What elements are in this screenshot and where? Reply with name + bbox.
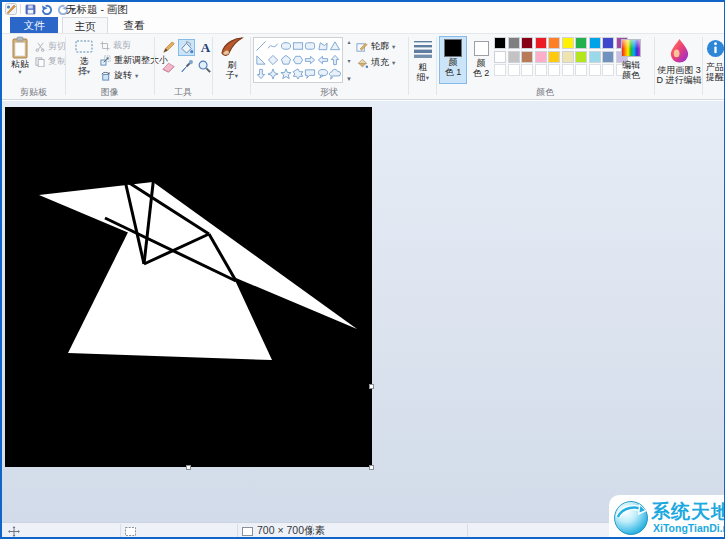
palette-swatch-empty[interactable] — [562, 64, 574, 76]
brush-button[interactable]: 刷 子▾ — [218, 36, 246, 80]
save-button[interactable] — [24, 3, 37, 15]
color2-swatch — [474, 41, 489, 56]
palette-swatch[interactable] — [589, 51, 601, 63]
palette-swatch[interactable] — [548, 37, 560, 49]
color1-button[interactable]: 颜 色 1 — [439, 36, 467, 84]
palette-swatch[interactable] — [575, 51, 587, 63]
palette-swatch[interactable] — [521, 37, 533, 49]
pencil-tool-button[interactable] — [160, 39, 177, 56]
shape-diamond-button[interactable] — [267, 53, 279, 67]
tab-home[interactable]: 主页 — [62, 17, 108, 33]
shape-right-triangle-button[interactable] — [255, 53, 267, 67]
shape-polygon-button[interactable] — [316, 39, 328, 53]
palette-swatch-empty[interactable] — [589, 64, 601, 76]
shape-arrow-right-icon — [304, 54, 316, 66]
palette-swatch[interactable] — [494, 37, 506, 49]
size-button[interactable]: 粗 细▾ — [411, 36, 435, 82]
shape-rectangle-button[interactable] — [292, 39, 304, 53]
color1-label-line1: 颜 — [449, 57, 458, 67]
paste-button[interactable]: 粘贴 ▾ — [7, 36, 33, 75]
palette-swatch-empty[interactable] — [494, 64, 506, 76]
shape-diamond-icon — [267, 54, 279, 66]
eyedropper-icon — [179, 59, 194, 74]
resize-button[interactable]: 重新调整大小 — [100, 54, 168, 67]
palette-swatch-empty[interactable] — [508, 64, 520, 76]
shape-rounded-rectangle-button[interactable] — [304, 39, 316, 53]
window-title: 无标题 - 画图 — [66, 3, 128, 16]
drawing-canvas[interactable] — [5, 107, 372, 467]
tab-view[interactable]: 查看 — [112, 17, 156, 33]
palette-swatch[interactable] — [589, 37, 601, 49]
fill-button[interactable]: 填充 ▾ — [356, 56, 395, 69]
palette-swatch[interactable] — [562, 37, 574, 49]
shape-star-4-button[interactable] — [267, 67, 279, 81]
eyedropper-tool-button[interactable] — [178, 58, 195, 75]
palette-swatch[interactable] — [535, 37, 547, 49]
shape-curve-button[interactable] — [267, 39, 279, 53]
cursor-position-indicator — [8, 523, 20, 539]
colors-group-label: 颜色 — [436, 86, 654, 98]
palette-swatch[interactable] — [508, 37, 520, 49]
shape-callout-cloud-button[interactable] — [329, 67, 341, 81]
palette-swatch[interactable] — [562, 51, 574, 63]
tab-file[interactable]: 文件 — [10, 17, 58, 33]
ribbon-separator — [408, 37, 409, 95]
shape-star-5-button[interactable] — [280, 67, 292, 81]
palette-swatch[interactable] — [575, 37, 587, 49]
shape-ellipse-button[interactable] — [280, 39, 292, 53]
shape-callout-rectangle-button[interactable] — [304, 67, 316, 81]
canvas-resize-handle-corner[interactable] — [369, 465, 374, 470]
palette-swatch[interactable] — [535, 51, 547, 63]
color2-button[interactable]: 颜 色 2 — [469, 36, 493, 84]
shape-arrow-left-icon — [317, 54, 329, 66]
product-alert-button[interactable]: 产品 提醒 — [704, 36, 725, 82]
undo-button[interactable] — [40, 3, 53, 15]
shapes-scroll-down-icon[interactable]: ▾ — [347, 57, 350, 64]
shape-arrow-down-button[interactable] — [255, 67, 267, 81]
cut-button[interactable]: 剪切 — [35, 40, 66, 53]
shape-pentagon-button[interactable] — [280, 53, 292, 67]
ribbon-separator — [702, 37, 703, 95]
clipboard-group-label: 剪贴板 — [2, 86, 65, 98]
palette-swatch-empty[interactable] — [548, 64, 560, 76]
shape-arrow-up-button[interactable] — [329, 53, 341, 67]
status-separator — [312, 524, 313, 539]
shapes-scroll-up-icon[interactable]: ▴ — [347, 38, 350, 45]
shape-star-6-button[interactable] — [292, 67, 304, 81]
shape-hexagon-button[interactable] — [292, 53, 304, 67]
rotate-button[interactable]: 旋转 ▾ — [100, 69, 138, 82]
shape-line-icon — [255, 40, 267, 52]
paint3d-button[interactable]: 使用画图 3 D 进行编辑 — [658, 36, 700, 85]
crop-button[interactable]: 裁剪 — [100, 39, 131, 52]
palette-swatch[interactable] — [494, 51, 506, 63]
shape-arrow-right-button[interactable] — [304, 53, 316, 67]
canvas-resize-handle-right[interactable] — [369, 384, 374, 389]
palette-swatch-empty[interactable] — [521, 64, 533, 76]
size-label-line2: 细▾ — [417, 72, 429, 82]
shape-line-button[interactable] — [255, 39, 267, 53]
palette-swatch[interactable] — [508, 51, 520, 63]
palette-swatch[interactable] — [521, 51, 533, 63]
tools-group-label: 工具 — [154, 86, 212, 98]
text-icon: A — [197, 40, 212, 55]
shapes-more-icon[interactable]: ▼ — [346, 76, 352, 82]
canvas-size-text: 700 × 700像素 — [257, 524, 325, 538]
shape-arrow-left-button[interactable] — [316, 53, 328, 67]
select-button[interactable]: 选 择▾ — [70, 36, 98, 76]
text-tool-button[interactable]: A — [196, 39, 213, 56]
crosshair-icon — [8, 526, 20, 537]
copy-button[interactable]: 复制 — [35, 55, 66, 68]
palette-swatch-empty[interactable] — [575, 64, 587, 76]
outline-button[interactable]: 轮廓 ▾ — [356, 40, 395, 53]
clipboard-icon — [11, 36, 29, 59]
fill-tool-button[interactable] — [178, 39, 195, 56]
shape-triangle-button[interactable] — [329, 39, 341, 53]
magnifier-tool-button[interactable] — [196, 58, 213, 75]
shape-callout-oval-button[interactable] — [316, 67, 328, 81]
edit-colors-button[interactable]: 编辑 颜色 — [612, 36, 650, 80]
palette-swatch-empty[interactable] — [535, 64, 547, 76]
palette-swatch[interactable] — [548, 51, 560, 63]
size-dropdown-icon: ▾ — [426, 74, 429, 81]
canvas-resize-handle-bottom[interactable] — [186, 465, 191, 470]
eraser-tool-button[interactable] — [160, 58, 177, 75]
